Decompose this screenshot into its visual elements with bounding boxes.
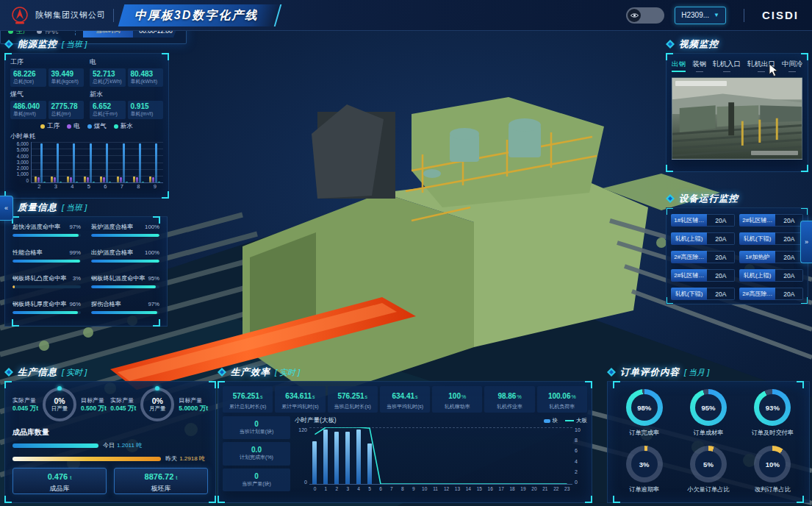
energy-stat-label: 单耗(m³/t)	[13, 110, 43, 118]
efficiency-card-value: 576.251	[233, 392, 259, 400]
inventory-box[interactable]: 8876.72t板坯库	[114, 468, 208, 494]
stock-bar	[12, 457, 161, 461]
gauge-side-value: 0.045 万t	[12, 405, 38, 413]
quality-bar-track	[12, 260, 81, 263]
camera-tab-1[interactable]: 出钢	[672, 60, 686, 72]
camera-tab-2[interactable]: 装钢	[692, 60, 706, 72]
energy-y-tick: 2,000	[10, 166, 31, 171]
efficiency-card-value-row: 98.86%	[486, 388, 533, 402]
equipment-pair: 轧机(下辊)20A	[671, 288, 735, 300]
equipment-name-chip[interactable]: 1#加热炉	[739, 251, 775, 263]
header-divider	[744, 9, 744, 22]
stock-label: 今日	[103, 442, 115, 449]
energy-bar	[54, 177, 56, 182]
energy-y-tick: 5,000	[10, 148, 31, 153]
equipment-pair: 2#高压除…20A	[671, 251, 735, 263]
legend-dot-icon	[87, 124, 92, 129]
equipment-name-chip[interactable]: 1#轧区辅…	[671, 214, 707, 227]
energy-bar	[67, 177, 69, 182]
legend-item: 电	[67, 122, 80, 131]
order-donut: 3%订单逾期率	[614, 446, 675, 498]
quality-item: 探伤合格率97%	[91, 300, 159, 320]
quality-label-row: 钢板终轧温度命中率95%	[91, 274, 159, 282]
collapse-left-panels-button[interactable]: «	[0, 196, 13, 221]
energy-group-cells: 68.226总耗(tce)39.449单耗(kgce/t)	[10, 68, 84, 87]
quality-bar-fill	[91, 260, 159, 263]
efficiency-card-value-row: 100%	[434, 388, 481, 402]
stock-bar	[12, 443, 98, 448]
quality-panel-title: 质量信息	[18, 202, 57, 214]
efficiency-side-stats: 0当班计划量(块)0.0计划完成率(%)0当班产量(块)	[223, 416, 290, 491]
quality-label-row: 钢板终轧凸度命中率3%	[12, 274, 81, 282]
efficiency-side-stat: 0当班产量(块)	[223, 468, 290, 491]
orders-panel-title: 订单评价内容	[620, 366, 680, 379]
legend-label: 煤气	[94, 122, 107, 131]
energy-bar	[51, 177, 53, 182]
efficiency-card-value-row: 634.41s	[381, 388, 428, 402]
equipment-name-chip[interactable]: 轧机(下辊)	[739, 232, 775, 245]
energy-stat-value: 2775.78	[51, 102, 82, 110]
energy-bar	[155, 143, 157, 182]
energy-bar	[142, 182, 144, 182]
equipment-name-chip[interactable]: 2#高压除…	[739, 288, 775, 300]
equipment-name-chip[interactable]: 轧机(上辊)	[671, 232, 707, 245]
camera-tab-4[interactable]: 轧机出口	[747, 60, 775, 72]
gauge-side-label: 实际产量	[12, 396, 38, 405]
equipment-name-chip[interactable]: 轧机(下辊)	[671, 288, 707, 300]
efficiency-card: 634.41s当班平均轧时(s)	[380, 386, 430, 413]
energy-bar	[149, 177, 151, 182]
quality-bar-track	[12, 285, 81, 288]
energy-bar-group	[67, 142, 78, 182]
energy-chart-title: 小时单耗	[10, 132, 163, 141]
donut-ring: 3%	[626, 446, 663, 482]
visibility-toggle[interactable]	[626, 7, 664, 24]
collapse-right-panels-button[interactable]: »	[800, 221, 812, 263]
efficiency-card-label: 当班平均轧时(s)	[381, 403, 428, 410]
energy-stat-label: 单耗(m³/t)	[131, 110, 161, 118]
efficiency-card-value-row: 576.251s	[329, 388, 376, 402]
hourly-x-tick: 12	[441, 486, 452, 491]
energy-x-tick: 7	[121, 183, 123, 190]
inventory-boxes: 0.476t成品库8876.72t板坯库	[12, 468, 208, 494]
energy-panel-tag: [ 当班 ]	[62, 39, 87, 50]
quality-bar-fill	[12, 311, 78, 314]
quality-bar-fill	[91, 234, 159, 237]
production-gauge: 实际产量0.045 万t0%日产量目标产量0.500 万t	[12, 388, 107, 421]
right-axis-tick: 2	[572, 469, 587, 474]
equipment-name-chip[interactable]: 轧机(上辊)	[739, 269, 775, 282]
hourly-x-tick: 10	[419, 486, 430, 491]
equipment-current-value: 20A	[707, 251, 735, 263]
energy-bar	[60, 182, 62, 182]
dashboard-root: 陕钢集团汉钢公司 中厚板3D数字化产线 H2309... ▼ CISDI 轧线状…	[0, 0, 812, 506]
camera-tab-3[interactable]: 轧机入口	[713, 60, 741, 72]
legend-item: 工序	[40, 122, 60, 131]
hourly-x-tick: 21	[539, 486, 550, 491]
gauge-name: 日产量	[51, 405, 68, 413]
top-header: 陕钢集团汉钢公司 中厚板3D数字化产线 H2309... ▼ CISDI	[0, 0, 812, 31]
cisdi-brand-logo: CISDI	[762, 9, 799, 21]
campaign-select-dropdown[interactable]: H2309... ▼	[675, 7, 726, 24]
energy-y-axis: 6,0005,0004,0003,0002,0001,0000	[10, 142, 31, 183]
efficiency-card-value: 634.41	[392, 392, 414, 400]
efficiency-card: 576.251s累计总轧时长(s)	[223, 386, 273, 413]
hourly-chart-title: 小时产量(大板)	[295, 416, 337, 425]
quality-label: 探伤合格率	[91, 300, 121, 308]
inventory-box[interactable]: 0.476t成品库	[12, 468, 107, 494]
energy-stat-value: 68.226	[13, 70, 43, 78]
efficiency-card-unit: %	[572, 394, 576, 399]
quality-bar-track	[12, 234, 81, 237]
equipment-name-chip[interactable]: 2#轧区辅…	[671, 269, 707, 282]
quality-bar-track	[91, 260, 159, 263]
inventory-label: 板坯库	[151, 484, 171, 493]
equipment-rows[interactable]: 1#轧区辅…20A2#轧区辅…20A轧机(上辊)20A轧机(下辊)20A2#高压…	[671, 214, 803, 300]
equipment-name-chip[interactable]: 2#高压除…	[671, 251, 707, 263]
camera-tab-5[interactable]: 中间冷	[782, 60, 802, 72]
inventory-value: 0.476	[48, 472, 68, 481]
efficiency-panel-title: 生产效率	[231, 366, 270, 379]
equipment-name-chip[interactable]: 2#轧区辅…	[739, 214, 775, 227]
camera-feed-thumbnail[interactable]	[672, 77, 802, 160]
production-info-panel: 生产信息 [ 实时 ] 实际产量0.045 万t0%日产量目标产量0.500 万…	[4, 366, 216, 503]
hourly-x-tick: 13	[452, 486, 463, 491]
donut-percent: 98%	[637, 404, 651, 412]
efficiency-card-unit: s	[260, 394, 263, 399]
